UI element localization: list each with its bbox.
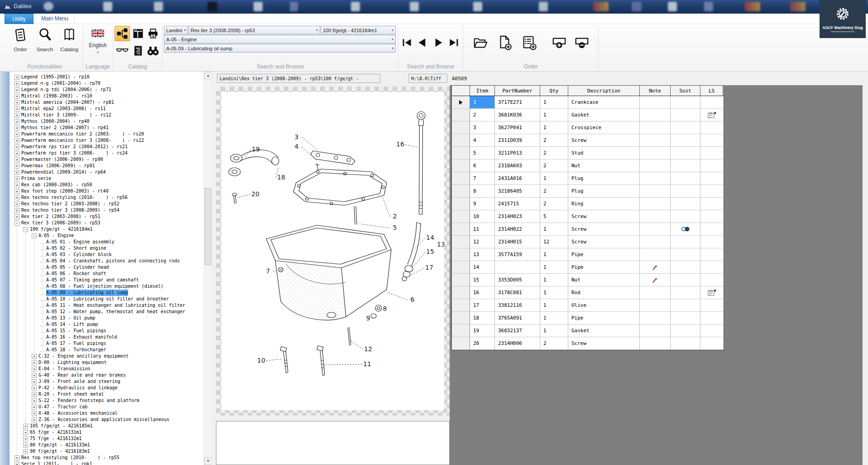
- callout-number[interactable]: 6: [411, 296, 415, 303]
- tree-item[interactable]: A-05 04 - Crankshaft, pistons and connec…: [10, 258, 204, 264]
- tree-item-label[interactable]: E-04 - Transmission: [38, 366, 90, 372]
- cell-note[interactable]: [640, 325, 671, 337]
- cell-qty[interactable]: 1: [540, 223, 568, 236]
- tree-item[interactable]: +G-40 - Rear axle and rear brakes: [10, 372, 204, 378]
- column-header[interactable]: Description: [568, 86, 640, 96]
- tree-item[interactable]: A-05 01 - Engine assembly: [10, 239, 204, 245]
- cell-partnumber[interactable]: 3765A091: [495, 312, 540, 325]
- tree-item-label[interactable]: U-47 - Tractor cab: [38, 404, 87, 410]
- tree-item[interactable]: A-05 02 - Short engine: [10, 245, 204, 252]
- cell-ls[interactable]: [700, 210, 723, 223]
- cell-qty[interactable]: 1: [540, 312, 568, 325]
- cell-partnumber[interactable]: 2415715: [495, 198, 540, 210]
- add-item-button[interactable]: [551, 34, 568, 51]
- tree-item-label[interactable]: A-05 10 - Lubricating oil filler and bre…: [46, 296, 169, 302]
- order-button[interactable]: Order: [9, 27, 32, 52]
- expand-icon[interactable]: +: [14, 214, 19, 219]
- cell-ls[interactable]: [700, 236, 723, 248]
- callout-number[interactable]: 15: [426, 248, 434, 255]
- tree-item[interactable]: A-05 06 - Rocker shaft: [10, 271, 204, 277]
- cell-note[interactable]: [640, 210, 671, 223]
- cell-note[interactable]: [640, 236, 671, 248]
- scroll-up-button[interactable]: ▲: [204, 72, 212, 79]
- expand-icon[interactable]: +: [14, 183, 19, 188]
- cell-ls[interactable]: [700, 299, 723, 312]
- tree-item-label[interactable]: Powerfarm rps tier 3 (2008- ) - rs24: [21, 150, 128, 156]
- search-button[interactable]: Search: [34, 27, 56, 52]
- cell-qty[interactable]: 2: [540, 185, 568, 198]
- expand-icon[interactable]: +: [14, 176, 19, 181]
- tree-item-label[interactable]: A-05 14 - Lift pump: [46, 321, 98, 328]
- tree-item[interactable]: +X-48 - Accessories mechanical: [10, 410, 204, 417]
- tree-item[interactable]: +R-20 - Front sheet metal: [10, 391, 204, 397]
- cell-sost[interactable]: [671, 160, 700, 172]
- tree-item[interactable]: +75 f/ge - 4216132m1: [10, 436, 204, 442]
- remove-item-button[interactable]: [573, 34, 590, 51]
- group-select[interactable]: A-05 - Engine▾: [164, 35, 396, 44]
- tree-item-label[interactable]: Rex top restyling (2010- ) - rp55: [21, 455, 120, 461]
- expand-icon[interactable]: +: [14, 202, 19, 207]
- tree-item[interactable]: +Legend n-g (2001-2004) - rp70: [10, 80, 204, 87]
- tree-item[interactable]: −A-05 - Engine: [10, 232, 204, 239]
- model-select[interactable]: Rex tier 3 (2008-2009) - rp53▾: [188, 26, 320, 34]
- expand-icon[interactable]: +: [14, 94, 19, 99]
- tree-item[interactable]: +P-42 - Hydraulics and linkage: [10, 385, 204, 391]
- tree-item-label[interactable]: Mistral america (2004-2007) - rp81: [21, 99, 114, 106]
- cell-description[interactable]: Stud: [568, 147, 640, 160]
- tree-item-label[interactable]: Rex tier 3 (2008-2009) - rp53: [21, 220, 101, 226]
- cell-ls[interactable]: [700, 96, 723, 109]
- cell-sost[interactable]: [671, 109, 700, 121]
- table-row[interactable]: 102314H0235Screw: [452, 210, 724, 223]
- callout-number[interactable]: 10: [257, 357, 265, 364]
- callout-number[interactable]: 13: [437, 241, 444, 248]
- tree-item-label[interactable]: 80 f/ge/gt - 4216133m1: [30, 442, 90, 448]
- cell-qty[interactable]: 2: [540, 134, 568, 147]
- table-row[interactable]: 33627P0411Crosspiece: [452, 121, 724, 134]
- expand-icon[interactable]: +: [14, 126, 19, 131]
- cell-description[interactable]: Screw: [568, 210, 640, 223]
- cell-sost[interactable]: [671, 96, 700, 109]
- expand-icon[interactable]: +: [14, 189, 19, 194]
- table-row[interactable]: 17338121161Olive: [452, 299, 724, 312]
- expand-icon[interactable]: +: [14, 151, 19, 156]
- cell-item[interactable]: 17: [470, 299, 495, 312]
- expand-icon[interactable]: +: [14, 119, 19, 124]
- table-row[interactable]: 8321864052Plug: [452, 185, 724, 198]
- cell-note[interactable]: [640, 121, 671, 134]
- panel-splitter[interactable]: [211, 72, 216, 465]
- callout-number[interactable]: 18: [277, 174, 285, 181]
- callout-number[interactable]: 11: [363, 360, 371, 368]
- tree-item-label[interactable]: D-00 - Lighting equipment: [38, 359, 107, 366]
- expand-icon[interactable]: +: [32, 386, 37, 391]
- tree-item[interactable]: +E-04 - Transmission: [10, 366, 204, 372]
- tree-item[interactable]: +U-47 - Tractor cab: [10, 404, 204, 410]
- cell-description[interactable]: Screw: [568, 223, 640, 236]
- tree-item-label[interactable]: 90 f/ge/gt - 4216183m1: [30, 448, 90, 455]
- cell-sost[interactable]: [671, 134, 700, 147]
- cell-sost[interactable]: [671, 147, 700, 160]
- tree-item-label[interactable]: A-05 05 - Cylinder head: [46, 264, 109, 271]
- cell-partnumber[interactable]: 2311D039: [495, 134, 540, 147]
- tree-item[interactable]: +Legend (1995-2001) - rp10: [10, 74, 204, 80]
- cell-description[interactable]: Gasket: [568, 325, 640, 337]
- expand-icon[interactable]: +: [23, 424, 28, 429]
- table-row[interactable]: 141Pipe: [452, 261, 724, 274]
- callout-number[interactable]: 12: [364, 345, 372, 353]
- tree-item[interactable]: A-05 18 - Turbocharger: [10, 347, 204, 353]
- cell-description[interactable]: Screw: [568, 134, 640, 147]
- tree-item[interactable]: +80 f/ge/gt - 4216133m1: [10, 442, 204, 448]
- tree-item[interactable]: A-05 03 - Cylinder block: [10, 252, 204, 258]
- table-row[interactable]: 62318A6032Nut: [452, 160, 724, 172]
- cell-partnumber[interactable]: 3353D005: [495, 274, 540, 286]
- cell-partnumber[interactable]: [495, 261, 540, 274]
- tree-item[interactable]: A-05 16 - Exhaust manifold: [10, 334, 204, 340]
- cell-item[interactable]: 1: [470, 96, 495, 109]
- cell-sost[interactable]: [671, 299, 700, 312]
- cell-description[interactable]: Gasket: [568, 109, 640, 121]
- tree-item[interactable]: +105 f/ge/gt - 4216185m1: [10, 423, 204, 429]
- tree-view-button[interactable]: [115, 26, 130, 41]
- cell-sost[interactable]: [671, 185, 700, 198]
- tree-item[interactable]: +S-22 - Fenders footsteps and platform: [10, 397, 204, 404]
- cell-item[interactable]: 4: [470, 134, 495, 147]
- cell-item[interactable]: 6: [470, 160, 495, 172]
